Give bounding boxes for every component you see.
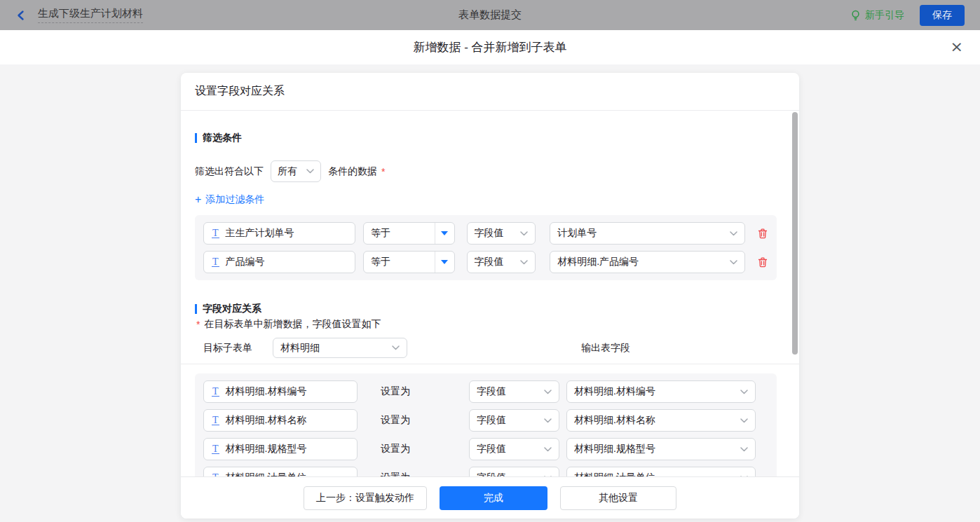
operator-value: 等于 [364, 227, 434, 240]
card-header-title: 设置字段对应关系 [181, 73, 799, 111]
mapping-field-label: 材料明细.规格型号 [226, 443, 307, 455]
close-icon[interactable]: × [951, 39, 963, 55]
beginner-guide-link[interactable]: 新手引导 [850, 9, 904, 22]
output-fields-header: 输出表字段 [581, 342, 630, 355]
card-footer: 上一步：设置触发动作 完成 其他设置 [181, 476, 799, 518]
chevron-down-icon [306, 169, 314, 174]
filter-row: T 产品编号 等于 字段值 材料明细.产品编号 [203, 251, 768, 273]
add-filter-condition-link[interactable]: + 添加过滤条件 [195, 193, 799, 206]
value-select-value: 材料明细.产品编号 [557, 256, 639, 268]
text-field-icon: T [212, 228, 219, 238]
value-select-value: 计划单号 [557, 227, 597, 240]
set-as-label: 设置为 [381, 443, 411, 455]
set-as-label: 设置为 [381, 414, 411, 427]
filter-field-selector[interactable]: T 主生产计划单号 [203, 222, 355, 245]
chevron-down-icon [730, 260, 737, 265]
triangle-down-icon [441, 231, 448, 235]
operator-select[interactable]: 等于 [363, 251, 454, 273]
done-button[interactable]: 完成 [440, 486, 547, 510]
triangle-down-icon [441, 260, 448, 264]
text-field-icon: T [212, 415, 219, 425]
chevron-down-icon [740, 418, 748, 423]
text-field-icon: T [212, 257, 219, 267]
chevron-down-icon [392, 345, 400, 350]
value-type-value: 字段值 [477, 443, 506, 455]
add-filter-condition-label: 添加过滤条件 [205, 193, 264, 206]
top-app-bar: 表单数据提交 生成下级生产计划材料 新手引导 保存 [0, 0, 980, 30]
output-field-value: 材料明细.规格型号 [574, 443, 655, 455]
filter-prefix-text: 筛选出符合以下 [195, 165, 264, 178]
back-icon[interactable] [15, 9, 28, 22]
section-accent-bar [195, 304, 197, 314]
modal-title: 新增数据 - 合并新增到子表单 [413, 39, 566, 55]
mapping-field-label: 材料明细.材料编号 [226, 385, 307, 398]
target-subform-select[interactable]: 材料明细 [273, 338, 407, 358]
target-subform-label: 目标子表单 [203, 342, 252, 355]
filter-match-line: 筛选出符合以下 所有 条件的数据 * [195, 160, 799, 182]
mapping-field-label: 材料明细.材料名称 [226, 414, 307, 427]
filter-row: T 主生产计划单号 等于 字段值 计划单号 [203, 222, 768, 245]
mapping-field-selector[interactable]: T 材料明细.材料编号 [203, 380, 358, 403]
value-select[interactable]: 计划单号 [550, 222, 745, 245]
chevron-down-icon [740, 390, 748, 394]
match-mode-select[interactable]: 所有 [271, 160, 321, 182]
value-type-select[interactable]: 字段值 [469, 380, 559, 403]
section-accent-bar [195, 133, 197, 143]
operator-dropdown-button[interactable] [435, 252, 454, 273]
value-type-select[interactable]: 字段值 [469, 409, 559, 432]
mapping-field-selector[interactable]: T 材料明细.材料名称 [203, 409, 358, 432]
operator-value: 等于 [364, 256, 434, 268]
output-field-select[interactable]: 材料明细.材料名称 [566, 409, 756, 432]
output-field-value: 材料明细.材料名称 [574, 414, 655, 427]
set-as-label: 设置为 [381, 385, 411, 398]
previous-step-button[interactable]: 上一步：设置触发动作 [304, 486, 427, 510]
target-subform-value: 材料明细 [280, 342, 320, 355]
chevron-down-icon [730, 231, 737, 236]
chevron-down-icon [544, 447, 552, 452]
chevron-down-icon [520, 260, 528, 265]
mapping-row: T 材料明细.材料编号 设置为 字段值 材料明细.材料编号 [203, 380, 768, 403]
save-button[interactable]: 保存 [920, 5, 965, 26]
chevron-down-icon [520, 231, 528, 236]
value-type-select[interactable]: 字段值 [467, 222, 536, 245]
lightbulb-icon [850, 10, 861, 21]
vertical-scrollbar-thumb[interactable] [792, 112, 798, 355]
value-type-value: 字段值 [477, 414, 506, 427]
output-field-value: 材料明细.材料编号 [574, 385, 655, 398]
delete-row-icon[interactable] [757, 256, 768, 268]
mapping-description-text: 在目标表单中新增数据，字段值设置如下 [204, 318, 381, 331]
mapping-section-title: 字段对应关系 [195, 303, 799, 315]
match-mode-value: 所有 [278, 165, 297, 178]
delete-row-icon[interactable] [757, 228, 768, 240]
filter-field-label: 产品编号 [226, 256, 265, 268]
required-asterisk: * [196, 319, 200, 330]
value-type-select[interactable]: 字段值 [467, 251, 536, 273]
other-settings-button[interactable]: 其他设置 [560, 486, 676, 510]
filter-section-title: 筛选条件 [195, 132, 799, 144]
chevron-down-icon [740, 447, 748, 452]
target-subform-row: 目标子表单 材料明细 输出表字段 [203, 338, 799, 358]
text-field-icon: T [212, 444, 219, 454]
value-type-select[interactable]: 字段值 [469, 438, 559, 460]
chevron-down-icon [544, 390, 552, 394]
text-field-icon: T [212, 387, 219, 397]
back-label[interactable]: 生成下级生产计划材料 [38, 7, 143, 23]
page-title: 表单数据提交 [0, 8, 980, 22]
output-field-select[interactable]: 材料明细.材料编号 [566, 380, 756, 403]
operator-select[interactable]: 等于 [363, 222, 454, 245]
mapping-section-title-text: 字段对应关系 [203, 303, 261, 315]
modal-header: 新增数据 - 合并新增到子表单 × [0, 30, 980, 64]
mapping-field-selector[interactable]: T 材料明细.规格型号 [203, 438, 358, 460]
value-type-value: 字段值 [475, 256, 504, 268]
filter-section-title-text: 筛选条件 [203, 132, 242, 144]
mapping-row: T 材料明细.材料名称 设置为 字段值 材料明细.材料名称 [203, 409, 768, 432]
back-nav[interactable]: 生成下级生产计划材料 [15, 7, 143, 23]
divider [181, 364, 799, 364]
filter-field-label: 主生产计划单号 [226, 227, 294, 240]
operator-dropdown-button[interactable] [435, 223, 454, 244]
value-select[interactable]: 材料明细.产品编号 [550, 251, 745, 273]
filter-suffix-text: 条件的数据 [328, 165, 377, 178]
output-field-select[interactable]: 材料明细.规格型号 [566, 438, 756, 460]
beginner-guide-label: 新手引导 [865, 9, 904, 22]
filter-field-selector[interactable]: T 产品编号 [203, 251, 355, 273]
